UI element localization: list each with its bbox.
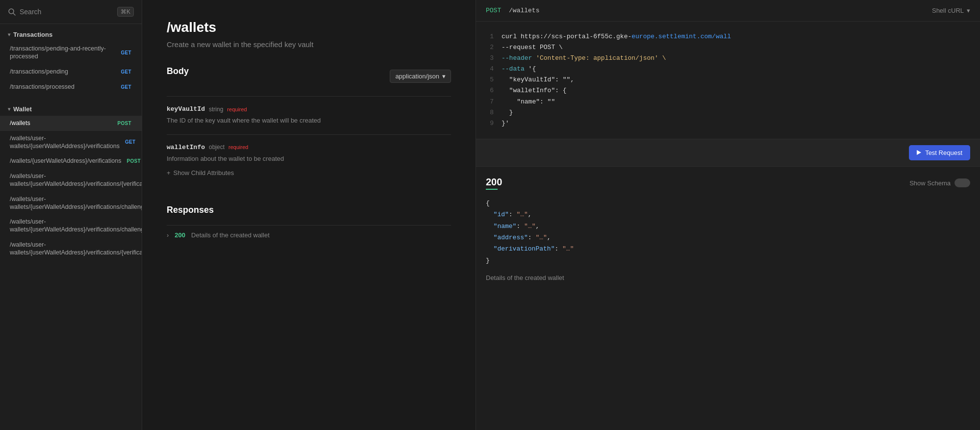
page-subtitle: Create a new wallet in the specified key… — [167, 40, 451, 49]
content-type-label: application/json — [395, 73, 439, 80]
param-required: required — [227, 106, 247, 112]
response-code-block: { "id": "…", "name": "…", "address": "…"… — [486, 198, 970, 266]
nav-item-pending[interactable]: /transactions/pending GET — [0, 64, 142, 79]
response-line: } — [486, 255, 970, 266]
code-line: 8 } — [486, 107, 970, 118]
code-text: }' — [502, 118, 970, 129]
code-text: --request POST \ — [502, 42, 970, 53]
responses-section-title: Responses — [167, 205, 451, 215]
code-text: "name": "" — [502, 97, 970, 107]
nav-item-wallets-challenges-post[interactable]: /wallets/user-wallets/{userWalletAddress… — [0, 214, 142, 237]
nav-item-wallets-verifications-get[interactable]: /wallets/user-wallets/{userWalletAddress… — [0, 131, 142, 154]
method-badge-get: GET — [119, 83, 134, 91]
nav-item-wallets-challenges-get[interactable]: /wallets/user-wallets/{userWalletAddress… — [0, 192, 142, 215]
code-panel-header: POST /wallets Shell cURL ▾ — [476, 0, 980, 22]
param-type: string — [209, 106, 223, 113]
lang-select[interactable]: Shell cURL ▾ — [932, 7, 970, 14]
param-name: walletInfo — [167, 144, 205, 151]
response-line: "derivationPath": "…" — [486, 243, 970, 254]
nav-item-path: /transactions/pending — [10, 68, 116, 76]
endpoint-method: POST — [486, 7, 501, 14]
endpoint-label: POST /wallets — [486, 7, 539, 14]
wallet-header[interactable]: ▾ Wallet — [0, 102, 142, 116]
nav-item-wallets-verificationid-challenges-post[interactable]: /wallets/user-wallets/{userWalletAddress… — [0, 237, 142, 260]
line-number: 6 — [486, 85, 494, 96]
nav-section-transactions: ▾ Transactions /transactions/pending-and… — [0, 24, 142, 99]
wallet-label: Wallet — [13, 105, 32, 113]
code-line: 9 }' — [486, 118, 970, 129]
code-line: 4 --data '{ — [486, 64, 970, 75]
chevron-down-icon: ▾ — [442, 73, 446, 80]
param-required: required — [228, 144, 248, 150]
code-text: --data '{ — [502, 64, 970, 75]
search-bar[interactable]: Search ⌘K — [0, 0, 142, 24]
chevron-down-icon: ▾ — [967, 7, 970, 14]
response-line: "id": "…", — [486, 209, 970, 220]
nav-item-path: /wallets/user-wallets/{userWalletAddress… — [10, 195, 142, 211]
param-description: The ID of the key vault where the wallet… — [167, 116, 451, 126]
chevron-down-icon: ▾ — [8, 32, 10, 37]
content-type-select[interactable]: application/json ▾ — [390, 70, 451, 83]
line-number: 5 — [486, 75, 494, 85]
show-schema: Show Schema — [909, 178, 970, 187]
line-number: 8 — [486, 107, 494, 118]
param-type: object — [209, 144, 225, 151]
code-text: --header 'Content-Type: application/json… — [502, 53, 970, 64]
response-line: "address": "…", — [486, 232, 970, 243]
endpoint-path: /wallets — [509, 7, 539, 14]
nav-item-pending-processed[interactable]: /transactions/pending-and-recently-proce… — [0, 41, 142, 64]
nav-item-wallets-verifications-del[interactable]: /wallets/user-wallets/{userWalletAddress… — [0, 169, 142, 192]
transactions-label: Transactions — [13, 31, 52, 38]
response-line: { — [486, 198, 970, 209]
line-number: 3 — [486, 53, 494, 64]
method-badge-get: GET — [123, 138, 138, 146]
search-icon — [8, 8, 16, 16]
nav-item-processed[interactable]: /transactions/processed GET — [0, 79, 142, 95]
method-badge-get: GET — [119, 49, 134, 57]
test-request-bar: Test Request — [476, 139, 980, 167]
nav-item-wallets-verifications-post[interactable]: /wallets/{userWalletAddress}/verificatio… — [0, 153, 142, 169]
response-panel: 200 Show Schema { "id": "…", "name": "…"… — [476, 167, 980, 430]
show-schema-label: Show Schema — [909, 179, 951, 187]
status-info: 200 — [486, 177, 502, 190]
play-icon — [917, 150, 921, 155]
main-content: /wallets Create a new wallet in the spec… — [142, 0, 476, 430]
response-description: Details of the created wallet — [486, 274, 970, 281]
line-number: 4 — [486, 64, 494, 75]
line-number: 9 — [486, 118, 494, 129]
param-name-row: walletInfo object required — [167, 144, 451, 151]
chevron-right-icon: › — [167, 231, 169, 239]
test-request-label: Test Request — [925, 149, 962, 156]
param-row-walletinfo: walletInfo object required Information a… — [167, 134, 451, 186]
responses-section: Responses › 200 Details of the created w… — [167, 205, 451, 245]
show-child-attributes-button[interactable]: + Show Child Attributes — [167, 169, 234, 177]
right-panel: POST /wallets Shell cURL ▾ 1 curl https:… — [476, 0, 980, 430]
page-title: /wallets — [167, 20, 451, 35]
svg-line-1 — [13, 13, 15, 15]
status-underline — [486, 189, 498, 190]
nav-item-wallets[interactable]: /wallets POST — [0, 116, 142, 131]
nav-item-path: /wallets/user-wallets/{userWalletAddress… — [10, 218, 142, 234]
nav-item-path: /wallets/user-wallets/{userWalletAddress… — [10, 134, 120, 151]
code-line: 1 curl https://scs-portal-6f55c.gke-euro… — [486, 31, 970, 42]
transactions-header[interactable]: ▾ Transactions — [0, 28, 142, 41]
show-child-label: Show Child Attributes — [174, 169, 234, 177]
line-number: 1 — [486, 31, 494, 42]
param-description: Information about the wallet to be creat… — [167, 154, 451, 164]
code-text: "keyVaultId": "", — [502, 75, 970, 85]
code-text: "walletInfo": { — [502, 85, 970, 96]
test-request-button[interactable]: Test Request — [909, 145, 970, 160]
response-code: 200 — [175, 231, 185, 239]
code-block: 1 curl https://scs-portal-6f55c.gke-euro… — [476, 22, 980, 139]
response-item-200[interactable]: › 200 Details of the created wallet — [167, 225, 451, 245]
code-text: } — [502, 107, 970, 118]
response-line: "name": "…", — [486, 221, 970, 232]
nav-item-path: /transactions/pending-and-recently-proce… — [10, 45, 116, 61]
param-row-keyvaultid: keyVaultId string required The ID of the… — [167, 96, 451, 134]
code-line: 2 --request POST \ — [486, 42, 970, 53]
plus-icon: + — [167, 169, 171, 177]
line-number: 7 — [486, 97, 494, 107]
body-section-title: Body — [167, 66, 189, 76]
code-line: 5 "keyVaultId": "", — [486, 75, 970, 85]
show-schema-toggle[interactable] — [955, 178, 970, 187]
